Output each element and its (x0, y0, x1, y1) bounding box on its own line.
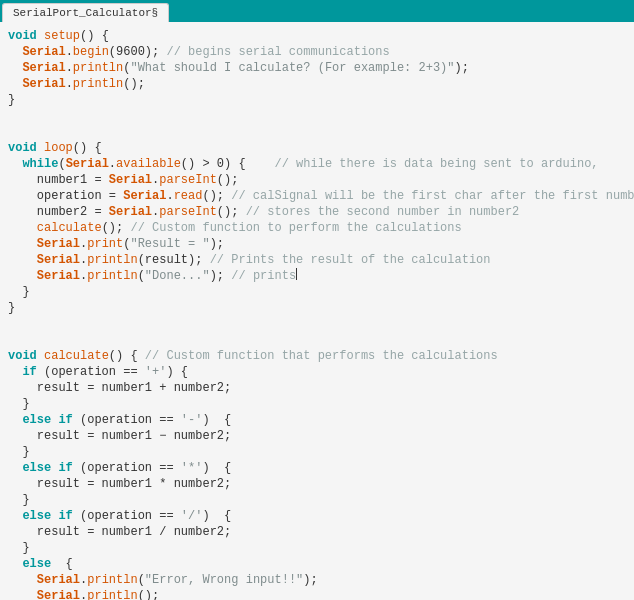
line-7 (8, 124, 634, 140)
line-25: else if (operation == '-') { (8, 412, 634, 428)
line-10: number1 = Serial.parseInt(); (8, 172, 634, 188)
line-14: Serial.print("Result = "); (8, 236, 634, 252)
line-19 (8, 316, 634, 332)
line-3: Serial.println("What should I calculate?… (8, 60, 634, 76)
line-15: Serial.println(result); // Prints the re… (8, 252, 634, 268)
line-9: while(Serial.available() > 0) { // while… (8, 156, 634, 172)
line-36: Serial.println(); (8, 588, 634, 600)
line-31: else if (operation == '/') { (8, 508, 634, 524)
line-16: Serial.println("Done..."); // prints (8, 268, 634, 284)
line-1: void setup() { (8, 28, 634, 44)
code-editor[interactable]: void setup() { Serial.begin(9600); // be… (0, 22, 634, 600)
tab-bar: SerialPort_Calculator§ (0, 0, 634, 22)
line-4: Serial.println(); (8, 76, 634, 92)
line-30: } (8, 492, 634, 508)
line-6 (8, 108, 634, 124)
line-24: } (8, 396, 634, 412)
line-32: result = number1 / number2; (8, 524, 634, 540)
line-33: } (8, 540, 634, 556)
line-11: operation = Serial.read(); // calSignal … (8, 188, 634, 204)
line-35: Serial.println("Error, Wrong input!!"); (8, 572, 634, 588)
line-2: Serial.begin(9600); // begins serial com… (8, 44, 634, 60)
line-23: result = number1 + number2; (8, 380, 634, 396)
line-17: } (8, 284, 634, 300)
line-5: } (8, 92, 634, 108)
line-18: } (8, 300, 634, 316)
tab-label: SerialPort_Calculator§ (13, 7, 158, 19)
line-29: result = number1 * number2; (8, 476, 634, 492)
line-12: number2 = Serial.parseInt(); // stores t… (8, 204, 634, 220)
line-13: calculate(); // Custom function to perfo… (8, 220, 634, 236)
line-27: } (8, 444, 634, 460)
line-28: else if (operation == '*') { (8, 460, 634, 476)
line-20 (8, 332, 634, 348)
line-8: void loop() { (8, 140, 634, 156)
line-26: result = number1 − number2; (8, 428, 634, 444)
tab-serial-calculator[interactable]: SerialPort_Calculator§ (2, 3, 169, 22)
line-34: else { (8, 556, 634, 572)
line-21: void calculate() { // Custom function th… (8, 348, 634, 364)
line-22: if (operation == '+') { (8, 364, 634, 380)
